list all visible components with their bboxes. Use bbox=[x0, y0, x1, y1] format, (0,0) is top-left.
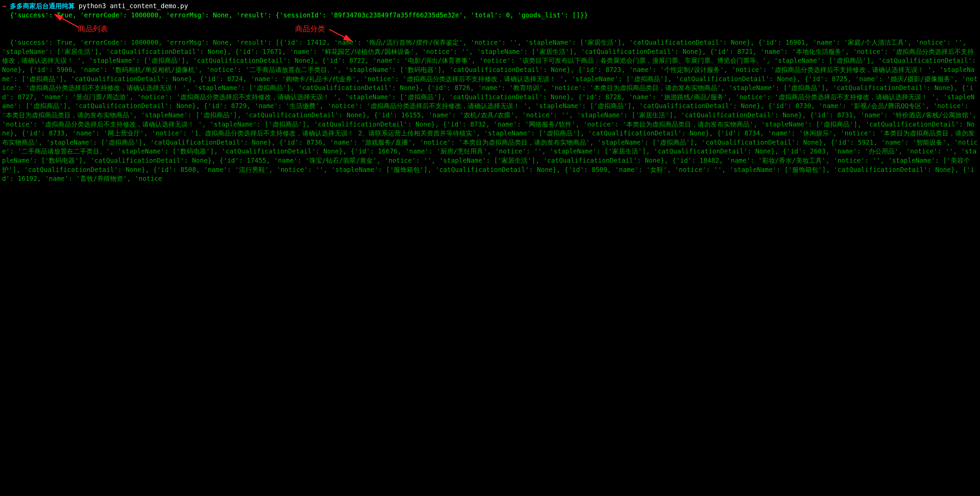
prompt-arrow-icon: → bbox=[2, 2, 6, 10]
command-text: python3 anti_content_demo.py bbox=[78, 2, 188, 10]
prompt-line: → 多多商家后台通用纯算 python3 anti_content_demo.p… bbox=[2, 2, 978, 11]
prompt-label: 多多商家后台通用纯算 bbox=[10, 2, 75, 10]
output-block-2: {'success': True, 'errorCode': 1000000, … bbox=[2, 38, 978, 183]
output-block-1: {'success': True, 'errorCode': 1000000, … bbox=[2, 11, 978, 20]
terminal[interactable]: → 多多商家后台通用纯算 python3 anti_content_demo.p… bbox=[2, 2, 978, 183]
